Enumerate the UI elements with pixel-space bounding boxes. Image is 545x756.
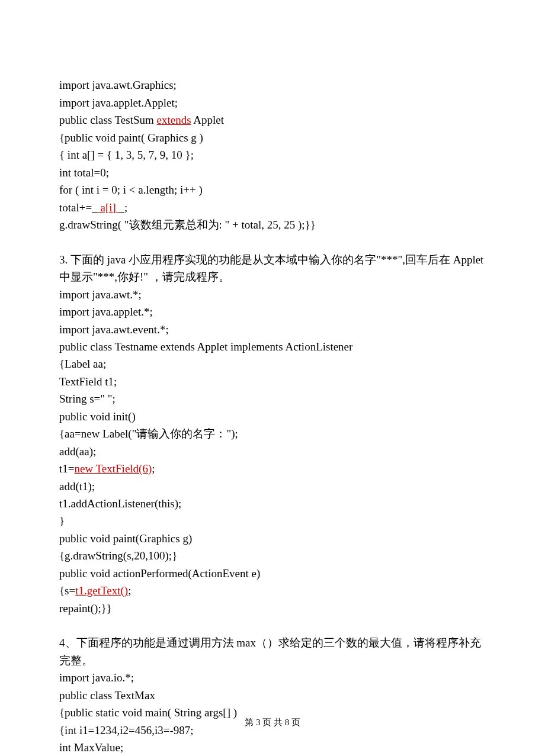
code-line: public void actionPerformed(ActionEvent …: [59, 567, 260, 580]
code-text: {s=: [59, 584, 75, 597]
code-text: ;: [152, 462, 155, 475]
code-text: public class TestSum: [59, 114, 157, 126]
code-line: for ( int i = 0; i < a.length; i++ ): [59, 184, 203, 196]
document-content: import java.awt.Graphics; import java.ap…: [59, 59, 486, 756]
code-line: add(aa);: [59, 445, 96, 458]
code-line: import java.applet.*;: [59, 305, 153, 318]
code-line: public void paint(Graphics g): [59, 532, 192, 545]
fill-blank-gettext: t1.getText(): [75, 584, 128, 597]
code-line: t1.addActionListener(this);: [59, 497, 181, 510]
code-text: t1=: [59, 462, 75, 475]
code-line: import java.awt.event.*;: [59, 323, 169, 336]
code-line: public class Testname extends Applet imp…: [59, 340, 352, 353]
code-line: import java.applet.Applet;: [59, 96, 178, 109]
fill-blank-ai: a[i]: [98, 201, 119, 214]
fill-blank-textfield: new TextField(6): [75, 462, 152, 475]
code-line: import java.awt.Graphics;: [59, 79, 177, 91]
fill-blank-extends: extends: [157, 114, 191, 126]
page-footer: 第 3 页 共 8 页: [0, 716, 545, 729]
code-line: public class TextMax: [59, 689, 155, 702]
code-line: add(t1);: [59, 480, 95, 493]
blank-pad: [92, 201, 98, 214]
code-line: public void init(): [59, 410, 136, 423]
code-text: ;: [124, 201, 127, 214]
code-line: g.drawString( "该数组元素总和为: " + total, 25, …: [59, 218, 316, 231]
question-intro: 3. 下面的 java 小应用程序实现的功能是从文本域中输入你的名字"***",…: [59, 253, 486, 283]
code-line: import java.awt.*;: [59, 288, 142, 301]
code-line: import java.io.*;: [59, 671, 134, 684]
code-line: int total=0;: [59, 166, 109, 179]
code-line: { int a[] = { 1, 3, 5, 7, 9, 10 };: [59, 149, 194, 161]
code-text: ;: [128, 584, 131, 597]
code-line: {public void paint( Graphics g ): [59, 131, 203, 144]
code-line: repaint();}}: [59, 602, 112, 615]
document-page: import java.awt.Graphics; import java.ap…: [0, 0, 545, 756]
code-text: Applet: [191, 114, 224, 126]
code-line: {Label aa;: [59, 358, 106, 370]
code-line: String s=" ";: [59, 393, 116, 405]
blank-pad: [119, 201, 125, 214]
code-line: }: [59, 514, 65, 527]
code-text: total+=: [59, 201, 92, 214]
code-line: {aa=new Label("请输入你的名字：");: [59, 427, 238, 440]
code-line: TextField t1;: [59, 375, 117, 388]
code-line: {g.drawString(s,20,100);}: [59, 549, 177, 562]
question-intro: 4、下面程序的功能是通过调用方法 max（）求给定的三个数的最大值，请将程序补充…: [59, 636, 481, 666]
code-line: int MaxValue;: [59, 741, 123, 754]
